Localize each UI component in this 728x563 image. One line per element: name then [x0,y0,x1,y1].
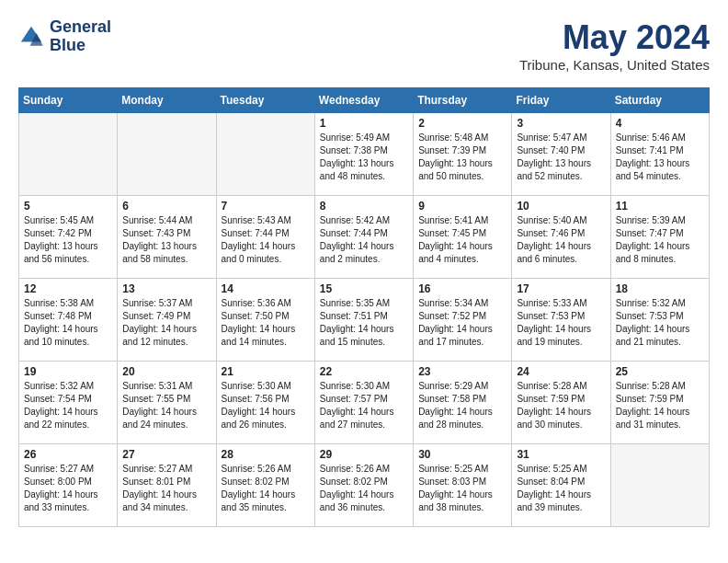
calendar-week-row: 1Sunrise: 5:49 AM Sunset: 7:38 PM Daylig… [19,113,710,196]
weekday-header: Wednesday [314,88,413,113]
calendar-day-cell: 7Sunrise: 5:43 AM Sunset: 7:44 PM Daylig… [216,196,314,279]
day-number: 4 [616,117,704,130]
day-number: 3 [517,117,605,130]
calendar-day-cell: 25Sunrise: 5:28 AM Sunset: 7:59 PM Dayli… [610,362,709,444]
day-number: 23 [418,365,506,378]
calendar-day-cell: 22Sunrise: 5:30 AM Sunset: 7:57 PM Dayli… [314,362,413,444]
day-number: 18 [616,282,704,295]
calendar-day-cell: 1Sunrise: 5:49 AM Sunset: 7:38 PM Daylig… [314,113,413,196]
day-number: 25 [616,365,704,378]
calendar-day-cell [610,444,709,527]
day-info: Sunrise: 5:36 AM Sunset: 7:50 PM Dayligh… [222,297,310,349]
day-info: Sunrise: 5:28 AM Sunset: 7:59 PM Dayligh… [616,380,704,431]
day-number: 28 [222,448,310,461]
day-info: Sunrise: 5:25 AM Sunset: 8:03 PM Dayligh… [418,463,506,514]
day-number: 5 [24,200,112,213]
calendar-day-cell: 15Sunrise: 5:35 AM Sunset: 7:51 PM Dayli… [314,279,413,362]
weekday-header: Tuesday [216,88,314,113]
calendar-day-cell: 18Sunrise: 5:32 AM Sunset: 7:53 PM Dayli… [610,279,709,362]
day-info: Sunrise: 5:28 AM Sunset: 7:59 PM Dayligh… [517,380,605,431]
calendar-day-cell: 20Sunrise: 5:31 AM Sunset: 7:55 PM Dayli… [118,362,216,444]
day-info: Sunrise: 5:45 AM Sunset: 7:42 PM Dayligh… [24,214,112,266]
calendar-day-cell: 28Sunrise: 5:26 AM Sunset: 8:02 PM Dayli… [216,444,314,527]
page-header: General Blue May 2024 Tribune, Kansas, U… [18,18,710,73]
day-number: 21 [222,365,310,378]
calendar-day-cell: 12Sunrise: 5:38 AM Sunset: 7:48 PM Dayli… [19,279,118,362]
calendar-week-row: 19Sunrise: 5:32 AM Sunset: 7:54 PM Dayli… [19,362,710,444]
day-number: 30 [418,448,506,461]
location-text: Tribune, Kansas, United States [519,57,710,73]
day-info: Sunrise: 5:48 AM Sunset: 7:39 PM Dayligh… [418,132,506,183]
day-number: 19 [24,365,112,378]
calendar-day-cell: 26Sunrise: 5:27 AM Sunset: 8:00 PM Dayli… [19,444,118,527]
day-info: Sunrise: 5:32 AM Sunset: 7:54 PM Dayligh… [24,380,112,431]
day-info: Sunrise: 5:26 AM Sunset: 8:02 PM Dayligh… [320,463,408,514]
day-info: Sunrise: 5:27 AM Sunset: 8:01 PM Dayligh… [122,463,210,514]
weekday-header: Thursday [414,88,512,113]
day-number: 22 [320,365,408,378]
day-number: 17 [517,282,605,295]
calendar-day-cell [216,113,314,196]
calendar-day-cell: 11Sunrise: 5:39 AM Sunset: 7:47 PM Dayli… [610,196,709,279]
day-number: 7 [222,200,310,213]
day-info: Sunrise: 5:26 AM Sunset: 8:02 PM Dayligh… [222,463,310,514]
logo-icon [18,24,44,50]
day-info: Sunrise: 5:25 AM Sunset: 8:04 PM Dayligh… [517,463,605,514]
calendar-day-cell: 30Sunrise: 5:25 AM Sunset: 8:03 PM Dayli… [414,444,512,527]
day-number: 16 [418,282,506,295]
day-info: Sunrise: 5:43 AM Sunset: 7:44 PM Dayligh… [222,214,310,266]
calendar-table: SundayMondayTuesdayWednesdayThursdayFrid… [18,87,710,527]
calendar-day-cell: 8Sunrise: 5:42 AM Sunset: 7:44 PM Daylig… [314,196,413,279]
day-number: 10 [517,200,605,213]
calendar-day-cell: 4Sunrise: 5:46 AM Sunset: 7:41 PM Daylig… [610,113,709,196]
day-info: Sunrise: 5:30 AM Sunset: 7:57 PM Dayligh… [320,380,408,431]
day-info: Sunrise: 5:40 AM Sunset: 7:46 PM Dayligh… [517,214,605,266]
calendar-week-row: 12Sunrise: 5:38 AM Sunset: 7:48 PM Dayli… [19,279,710,362]
day-info: Sunrise: 5:29 AM Sunset: 7:58 PM Dayligh… [418,380,506,431]
logo-text: General Blue [50,18,111,55]
day-info: Sunrise: 5:44 AM Sunset: 7:43 PM Dayligh… [122,214,210,266]
weekday-header: Saturday [610,88,709,113]
calendar-day-cell [19,113,118,196]
day-info: Sunrise: 5:31 AM Sunset: 7:55 PM Dayligh… [122,380,210,431]
day-info: Sunrise: 5:33 AM Sunset: 7:53 PM Dayligh… [517,297,605,349]
calendar-day-cell: 13Sunrise: 5:37 AM Sunset: 7:49 PM Dayli… [118,279,216,362]
calendar-day-cell: 6Sunrise: 5:44 AM Sunset: 7:43 PM Daylig… [118,196,216,279]
day-info: Sunrise: 5:39 AM Sunset: 7:47 PM Dayligh… [616,214,704,266]
title-block: May 2024 Tribune, Kansas, United States [519,18,710,73]
day-number: 12 [24,282,112,295]
day-number: 14 [222,282,310,295]
day-number: 8 [320,200,408,213]
day-info: Sunrise: 5:35 AM Sunset: 7:51 PM Dayligh… [320,297,408,349]
calendar-day-cell: 24Sunrise: 5:28 AM Sunset: 7:59 PM Dayli… [512,362,610,444]
day-number: 27 [122,448,210,461]
day-info: Sunrise: 5:46 AM Sunset: 7:41 PM Dayligh… [616,132,704,183]
day-number: 24 [517,365,605,378]
calendar-week-row: 5Sunrise: 5:45 AM Sunset: 7:42 PM Daylig… [19,196,710,279]
calendar-day-cell [118,113,216,196]
weekday-header: Friday [512,88,610,113]
day-number: 29 [320,448,408,461]
calendar-day-cell: 17Sunrise: 5:33 AM Sunset: 7:53 PM Dayli… [512,279,610,362]
calendar-day-cell: 2Sunrise: 5:48 AM Sunset: 7:39 PM Daylig… [414,113,512,196]
calendar-week-row: 26Sunrise: 5:27 AM Sunset: 8:00 PM Dayli… [19,444,710,527]
weekday-header: Sunday [19,88,118,113]
calendar-day-cell: 31Sunrise: 5:25 AM Sunset: 8:04 PM Dayli… [512,444,610,527]
day-number: 1 [320,117,408,130]
calendar-day-cell: 9Sunrise: 5:41 AM Sunset: 7:45 PM Daylig… [414,196,512,279]
calendar-day-cell: 23Sunrise: 5:29 AM Sunset: 7:58 PM Dayli… [414,362,512,444]
day-number: 9 [418,200,506,213]
calendar-day-cell: 3Sunrise: 5:47 AM Sunset: 7:40 PM Daylig… [512,113,610,196]
weekday-header: Monday [118,88,216,113]
calendar-day-cell: 16Sunrise: 5:34 AM Sunset: 7:52 PM Dayli… [414,279,512,362]
day-number: 26 [24,448,112,461]
day-number: 11 [616,200,704,213]
calendar-day-cell: 14Sunrise: 5:36 AM Sunset: 7:50 PM Dayli… [216,279,314,362]
day-info: Sunrise: 5:42 AM Sunset: 7:44 PM Dayligh… [320,214,408,266]
day-number: 2 [418,117,506,130]
weekday-header-row: SundayMondayTuesdayWednesdayThursdayFrid… [19,88,710,113]
day-info: Sunrise: 5:37 AM Sunset: 7:49 PM Dayligh… [122,297,210,349]
day-info: Sunrise: 5:27 AM Sunset: 8:00 PM Dayligh… [24,463,112,514]
day-info: Sunrise: 5:49 AM Sunset: 7:38 PM Dayligh… [320,132,408,183]
day-number: 15 [320,282,408,295]
